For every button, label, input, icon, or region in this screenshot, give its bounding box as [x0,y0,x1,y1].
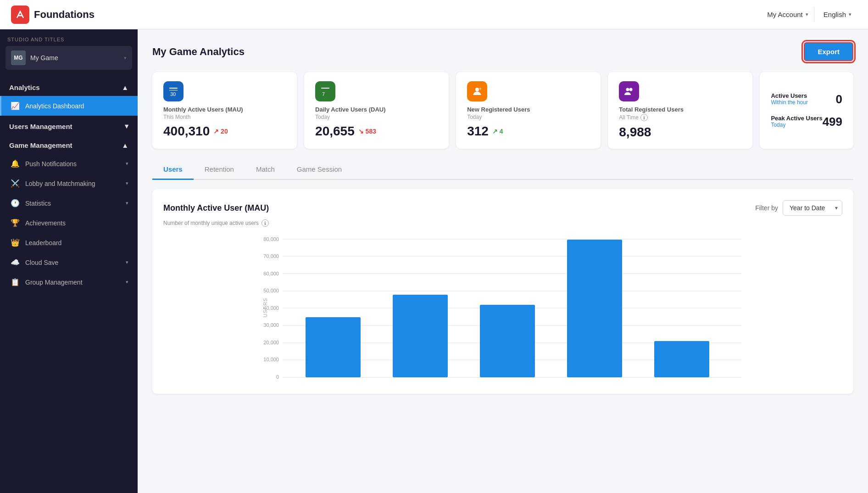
game-name: My Game [30,54,119,62]
svg-rect-0 [169,88,178,89]
chart-filter-select[interactable]: Year to Date Last 30 Days Last 7 Days [783,200,842,216]
export-button[interactable]: Export [804,42,853,61]
dau-trend-icon: ↘ 583 [358,128,376,135]
main-layout: STUDIO AND TITLES MG My Game ▾ Analytics… [0,29,868,493]
svg-text:+: + [479,86,482,91]
dau-number: 20,655 [315,124,355,139]
users-management-section-header[interactable]: Users Management ▾ [0,116,138,135]
dau-label: Daily Active Users (DAU) [315,106,438,113]
svg-text:10,000: 10,000 [263,357,279,362]
stat-cards-row: 30 Monthly Active Users (MAU) This Month… [152,72,853,149]
lobby-matchmaking-icon: ⚔️ [11,179,20,188]
nru-label: New Registered Users [467,106,590,113]
sidebar-item-push-notifications[interactable]: 🔔 Push Notifications ▾ [0,154,138,174]
sidebar-item-lobby-matchmaking-label: Lobby and Matchmaking [25,180,120,187]
chart-filter: Filter by Year to Date Last 30 Days Last… [755,200,842,216]
chart-title: Monthly Active User (MAU) [163,203,269,213]
nru-value: 312 ↗ 4 [467,124,590,139]
tab-users[interactable]: Users [152,160,194,180]
group-management-chevron-icon: ▾ [126,279,128,285]
sidebar-item-analytics-dashboard[interactable]: 📈 Analytics Dashboard [0,96,138,116]
mau-number: 400,310 [163,124,210,139]
my-account-button[interactable]: My Account ▾ [762,7,814,22]
active-users-label: Active Users [771,92,808,99]
sidebar-item-lobby-matchmaking[interactable]: ⚔️ Lobby and Matchmaking ▾ [0,174,138,193]
stat-card-dau: 7 Daily Active Users (DAU) Today 20,655 … [304,72,449,149]
tru-info-icon[interactable]: ℹ [640,114,648,121]
group-management-icon: 📋 [11,278,20,286]
analytics-chevron-icon: ▲ [122,84,128,91]
bar-february [393,295,448,377]
chart-area: 0 10,000 20,000 30,000 40,000 50,000 60,… [163,234,842,383]
nru-sublabel: Today [467,114,590,120]
chart-info-icon[interactable]: ℹ [262,219,269,227]
stat-card-right: Active Users Within the hour 0 Peak Acti… [760,72,853,149]
game-selector[interactable]: MG My Game ▾ [6,46,132,70]
stat-card-nru: + New Registered Users Today 312 ↗ 4 [456,72,601,149]
svg-text:70,000: 70,000 [263,253,279,259]
cloud-save-icon: ☁️ [11,258,20,267]
sidebar-item-push-notifications-label: Push Notifications [25,160,120,168]
game-selector-chevron-icon: ▾ [124,55,127,61]
sidebar-item-cloud-save-label: Cloud Save [25,259,120,266]
sidebar-item-cloud-save[interactable]: ☁️ Cloud Save ▾ [0,252,138,272]
mau-trend-icon: ↗ 20 [213,128,228,135]
game-management-chevron-icon: ▲ [122,141,128,149]
bar-march [480,305,535,377]
users-management-label: Users Management [9,123,72,130]
tru-number: 8,988 [619,125,651,140]
sidebar-item-analytics-dashboard-label: Analytics Dashboard [25,102,128,110]
dau-value: 20,655 ↘ 583 [315,124,438,139]
page-header: My Game Analytics Export [152,42,853,61]
account-chevron-icon: ▾ [806,11,808,17]
main-content: My Game Analytics Export 30 Monthly Acti… [138,29,868,493]
svg-rect-1 [169,90,178,90]
sidebar-item-leaderboard-label: Leaderboard [25,239,128,246]
tru-label: Total Registered Users [619,106,741,113]
tab-match[interactable]: Match [245,160,286,180]
peak-users-value: 499 [823,115,842,129]
mau-label: Monthly Active Users (MAU) [163,106,286,113]
game-badge: MG [11,50,26,65]
analytics-section: Analytics ▲ 📈 Analytics Dashboard [0,77,138,116]
dau-sublabel: Today [315,114,438,120]
svg-text:USERS: USERS [262,298,268,318]
mau-value: 400,310 ↗ 20 [163,124,286,139]
top-navigation: Foundations My Account ▾ English ▾ [0,0,868,29]
sidebar-item-group-management-label: Group Management [25,279,120,286]
push-notifications-icon: 🔔 [11,159,20,168]
bar-january [306,317,361,377]
push-notifications-chevron-icon: ▾ [126,161,128,167]
tab-retention[interactable]: Retention [194,160,245,180]
svg-text:0: 0 [276,374,279,380]
sidebar-item-leaderboard[interactable]: 👑 Leaderboard [0,233,138,252]
language-selector[interactable]: English ▾ [818,7,857,22]
logo-icon [11,6,29,24]
analytics-dashboard-icon: 📈 [11,101,20,110]
page-title: My Game Analytics [152,46,245,58]
sidebar-item-statistics[interactable]: 🕐 Statistics ▾ [0,193,138,213]
game-management-section-header[interactable]: Game Management ▲ [0,135,138,154]
svg-text:30: 30 [170,91,176,97]
analytics-section-label: Analytics [9,84,40,91]
svg-point-8 [629,88,633,91]
statistics-chevron-icon: ▾ [126,200,128,206]
mau-sublabel: This Month [163,114,286,120]
nru-number: 312 [467,124,489,139]
users-management-section: Users Management ▾ [0,116,138,135]
game-management-section: Game Management ▲ 🔔 Push Notifications ▾… [0,135,138,292]
analytics-section-header[interactable]: Analytics ▲ [0,77,138,96]
bar-month-to-date [654,341,709,377]
svg-text:80,000: 80,000 [263,236,279,242]
peak-users-sub: Today [771,122,822,128]
analytics-tabs: Users Retention Match Game Session [152,160,853,180]
sidebar-item-achievements[interactable]: 🏆 Achievements [0,213,138,233]
account-label: My Account [767,11,803,18]
svg-text:7: 7 [322,91,325,97]
tab-game-session[interactable]: Game Session [286,160,353,180]
sidebar-item-group-management[interactable]: 📋 Group Management ▾ [0,272,138,292]
statistics-icon: 🕐 [11,199,20,207]
tru-value: 8,988 [619,125,741,140]
users-management-chevron-icon: ▾ [125,122,128,130]
active-users-sub: Within the hour [771,99,808,106]
